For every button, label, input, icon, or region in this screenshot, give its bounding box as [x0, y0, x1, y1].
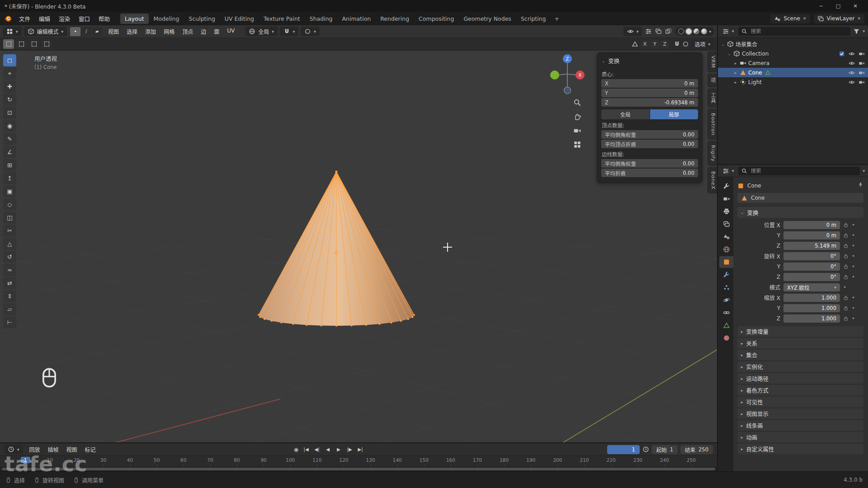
- value-field[interactable]: 1.000: [783, 304, 840, 312]
- outliner-search[interactable]: [738, 27, 851, 36]
- lock-icon[interactable]: [843, 253, 849, 259]
- lock-icon[interactable]: [843, 274, 849, 280]
- select-box-tool[interactable]: ◻: [3, 54, 16, 66]
- unlink-icon[interactable]: ✕: [803, 16, 807, 21]
- material-shading-icon[interactable]: [693, 28, 699, 34]
- menubar-menu[interactable]: 窗口: [75, 13, 94, 24]
- animate-dot-icon[interactable]: •: [852, 305, 855, 311]
- collapsed-section-header[interactable]: ▸自定义属性: [737, 444, 863, 454]
- workspace-tab[interactable]: Sculpting: [184, 14, 219, 24]
- collapsed-section-header[interactable]: ▸线条画: [737, 420, 863, 431]
- pin-icon[interactable]: [858, 182, 863, 188]
- workspace-tab[interactable]: Texture Paint: [259, 14, 305, 24]
- eye-icon[interactable]: [849, 60, 855, 66]
- animate-dot-icon[interactable]: •: [852, 315, 855, 322]
- scale-tool[interactable]: ⊡: [3, 107, 16, 119]
- select-intersect-button[interactable]: [41, 39, 52, 49]
- auto-keying-toggle[interactable]: ◉: [294, 446, 298, 453]
- extrude-region-tool[interactable]: ↥: [3, 172, 16, 184]
- chevron-down-icon[interactable]: ▾: [863, 169, 865, 173]
- inset-faces-tool[interactable]: ▣: [3, 185, 16, 197]
- workspace-tab[interactable]: Layout: [120, 14, 149, 24]
- properties-tab-object[interactable]: [719, 256, 733, 268]
- tool-options-dropdown[interactable]: 选项 ▾: [691, 39, 714, 49]
- viewport-menu[interactable]: 选择: [123, 26, 141, 37]
- play-button[interactable]: ▶: [334, 445, 344, 454]
- workspace-tab[interactable]: Rendering: [376, 14, 414, 24]
- properties-tab-tool[interactable]: [719, 180, 733, 192]
- select-new-button[interactable]: [3, 39, 14, 49]
- value-field[interactable]: 1.000: [783, 314, 840, 323]
- vertex-data-field[interactable]: 平均顶点折痕0.00: [601, 140, 698, 148]
- value-field[interactable]: 0°: [783, 263, 840, 271]
- checkbox-icon[interactable]: [839, 51, 845, 57]
- expand-caret-icon[interactable]: ▸: [732, 61, 739, 66]
- timeline-menu[interactable]: 视图: [63, 444, 81, 455]
- timeline-scrollbar[interactable]: [0, 467, 717, 471]
- overlays-toggle-icon[interactable]: [655, 28, 662, 35]
- animate-dot-icon[interactable]: •: [852, 295, 855, 301]
- orthographic-grid-icon[interactable]: [573, 141, 581, 149]
- timeline-ruler[interactable]: 1 10203040506070809010011012013014015016…: [0, 456, 717, 467]
- menubar-menu[interactable]: 帮助: [94, 13, 114, 24]
- properties-tab-modifiers[interactable]: [719, 269, 733, 281]
- filter-icon[interactable]: [853, 28, 860, 35]
- gizmos-toggle-icon[interactable]: [645, 28, 652, 35]
- annotate-tool[interactable]: ✎: [3, 133, 16, 145]
- rotate-tool[interactable]: ↻: [3, 94, 16, 106]
- collapsed-section-header[interactable]: ▸集合: [737, 350, 863, 360]
- viewlayer-close-icon[interactable]: ✕: [857, 16, 861, 21]
- viewport-menu[interactable]: 边: [197, 26, 210, 37]
- mirror-y-toggle[interactable]: Y: [650, 40, 659, 48]
- animate-dot-icon[interactable]: •: [852, 274, 855, 280]
- workspace-tab[interactable]: UV Editing: [220, 14, 259, 24]
- xray-toggle-icon[interactable]: [665, 28, 672, 35]
- workspace-tab[interactable]: Animation: [338, 14, 376, 24]
- collapsed-section-header[interactable]: ▸变换增量: [737, 326, 863, 337]
- collapsed-section-header[interactable]: ▸运动路径: [737, 373, 863, 384]
- render-visibility-icon[interactable]: [859, 60, 865, 66]
- next-keyframe-button[interactable]: |▶: [344, 445, 354, 454]
- viewport-menu[interactable]: UV: [223, 26, 238, 37]
- animate-dot-icon[interactable]: •: [852, 232, 855, 239]
- animate-dot-icon[interactable]: •: [852, 253, 855, 259]
- animate-dot-icon[interactable]: •: [852, 222, 855, 228]
- value-field[interactable]: 0°: [783, 252, 840, 260]
- mode-dropdown[interactable]: XYZ 欧拉▾: [783, 283, 840, 291]
- shear-tool[interactable]: ▱: [3, 303, 16, 315]
- lock-icon[interactable]: [843, 264, 849, 269]
- knife-tool[interactable]: ✂: [3, 225, 16, 237]
- maximize-button[interactable]: □: [830, 1, 846, 11]
- outliner-item[interactable]: ⌄Collection: [718, 49, 868, 58]
- current-frame-field[interactable]: 1: [607, 445, 640, 454]
- median-x-field[interactable]: X0 m: [601, 79, 698, 88]
- properties-search[interactable]: [738, 167, 860, 175]
- properties-tab-render[interactable]: [719, 193, 733, 205]
- snap-target-icon[interactable]: [674, 41, 680, 47]
- add-cube-tool[interactable]: ⊞: [3, 159, 16, 171]
- rip-region-tool[interactable]: ⊢: [3, 316, 16, 328]
- frame-start-field[interactable]: 起始 1: [652, 445, 678, 454]
- edge-slide-tool[interactable]: ⇄: [3, 277, 16, 289]
- timeline-menu[interactable]: 插帧: [44, 444, 62, 455]
- lock-icon[interactable]: [843, 295, 849, 300]
- collapsed-section-header[interactable]: ▸关系: [737, 338, 863, 348]
- jump-start-button[interactable]: |◀: [301, 445, 311, 454]
- outliner-item[interactable]: ⌄场景集合: [718, 39, 868, 49]
- mirror-z-toggle[interactable]: Z: [660, 40, 669, 48]
- camera-view-icon[interactable]: [573, 127, 581, 135]
- outliner-search-input[interactable]: [750, 28, 848, 35]
- add-workspace-button[interactable]: +: [551, 14, 562, 23]
- vertex-data-field[interactable]: 平均倒角权重0.00: [601, 130, 698, 139]
- timeline-menu[interactable]: 标记: [81, 444, 99, 455]
- viewport-menu[interactable]: 视图: [104, 26, 123, 37]
- object-name-field[interactable]: Cone: [737, 193, 863, 203]
- npanel-tab[interactable]: Rigify: [708, 141, 717, 166]
- value-field[interactable]: 0°: [783, 273, 840, 281]
- bevel-tool[interactable]: ◇: [3, 198, 16, 211]
- rendered-shading-icon[interactable]: [701, 28, 707, 34]
- collapsed-section-header[interactable]: ▸动画: [737, 432, 863, 442]
- timeline-editor-type-button[interactable]: ▾: [4, 445, 23, 454]
- lock-icon[interactable]: [843, 243, 849, 249]
- collapsed-section-header[interactable]: ▸着色方式: [737, 385, 863, 395]
